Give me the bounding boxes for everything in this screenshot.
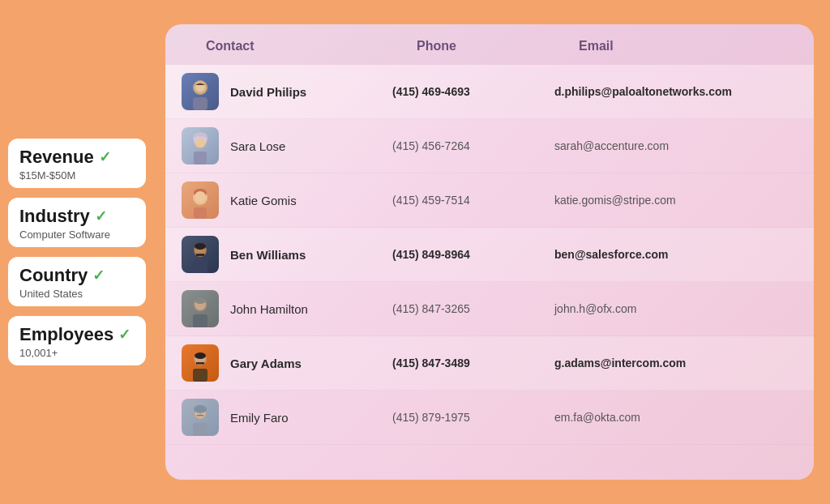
avatar-ben [182, 236, 219, 273]
email-emily: em.fa@okta.com [554, 411, 789, 424]
phone-katie: (415) 459-7514 [392, 194, 554, 207]
svg-rect-25 [193, 314, 208, 327]
contact-cell-sara: Sara Lose [182, 127, 392, 164]
svg-rect-14 [194, 207, 207, 219]
check-icon-industry: ✓ [95, 207, 107, 225]
check-icon-revenue: ✓ [99, 148, 111, 166]
main-panel: ContactPhoneEmail David Philips(415) 469… [165, 24, 814, 480]
phone-john: (415) 847-3265 [392, 302, 554, 315]
svg-rect-19 [196, 254, 204, 256]
svg-point-13 [195, 191, 206, 203]
contact-name-katie: Katie Gomis [230, 194, 297, 207]
contact-cell-emily: Emily Faro [182, 399, 392, 436]
svg-rect-30 [196, 362, 204, 365]
email-john: john.h@ofx.com [554, 302, 789, 315]
phone-gary: (415) 847-3489 [392, 357, 554, 369]
table-row-ben[interactable]: Ben Williams(415) 849-8964ben@salesforce… [165, 228, 814, 282]
filter-title-employees: Employees [19, 324, 113, 345]
email-gary: g.adams@intercom.com [554, 357, 789, 369]
contact-name-david: David Philips [230, 85, 306, 99]
filter-card-revenue[interactable]: Revenue✓$15M-$50M [8, 139, 146, 188]
contact-name-gary: Gary Adams [230, 357, 302, 370]
sidebar: Revenue✓$15M-$50MIndustry✓Computer Softw… [8, 139, 146, 365]
email-david: d.philips@paloaltonetworks.com [554, 85, 789, 98]
filter-title-industry: Industry [19, 206, 90, 227]
svg-rect-3 [193, 97, 208, 110]
avatar-david [182, 73, 219, 110]
svg-rect-31 [193, 369, 208, 382]
filter-card-country[interactable]: Country✓United States [8, 257, 146, 306]
filter-title-revenue: Revenue [19, 147, 94, 168]
filter-value-country: United States [19, 288, 83, 300]
filter-value-industry: Computer Software [19, 229, 110, 241]
filter-value-revenue: $15M-$50M [19, 169, 75, 182]
filter-value-employees: 10,001+ [19, 347, 58, 359]
table-row-david[interactable]: David Philips(415) 469-4693d.philips@pal… [165, 65, 814, 119]
filter-card-employees[interactable]: Employees✓10,001+ [8, 316, 146, 365]
phone-emily: (415) 879-1975 [392, 411, 554, 424]
contact-name-ben: Ben Williams [230, 248, 306, 262]
avatar-john [182, 290, 219, 327]
contact-cell-gary: Gary Adams [182, 344, 392, 382]
svg-point-8 [195, 138, 205, 147]
table-row-sara[interactable]: Sara Lose(415) 456-7264sarah@accenture.c… [165, 119, 814, 173]
svg-point-24 [195, 297, 206, 304]
table-header-phone: Phone [417, 39, 579, 53]
avatar-emily [182, 399, 219, 436]
contact-cell-katie: Katie Gomis [182, 182, 392, 219]
contact-name-sara: Sara Lose [230, 139, 285, 153]
svg-rect-9 [194, 152, 207, 164]
contact-cell-ben: Ben Williams [182, 236, 392, 273]
phone-david: (415) 469-4693 [392, 85, 554, 98]
table-row-katie[interactable]: Katie Gomis(415) 459-7514katie.gomis@str… [165, 173, 814, 228]
check-icon-country: ✓ [92, 267, 105, 284]
svg-point-35 [194, 405, 207, 413]
svg-point-29 [195, 352, 206, 359]
contact-cell-david: David Philips [182, 73, 392, 110]
phone-ben: (415) 849-8964 [392, 248, 554, 261]
table-header: ContactPhoneEmail [165, 24, 814, 65]
table-header-email: Email [579, 39, 789, 53]
contact-cell-john: John Hamilton [182, 290, 392, 327]
avatar-katie [182, 182, 219, 219]
svg-point-18 [195, 243, 206, 250]
avatar-sara [182, 127, 219, 164]
phone-sara: (415) 456-7264 [392, 139, 554, 152]
table-row-gary[interactable]: Gary Adams(415) 847-3489g.adams@intercom… [165, 336, 814, 391]
svg-rect-20 [193, 260, 208, 273]
table-header-contact: Contact [206, 39, 417, 53]
filter-title-country: Country [19, 265, 88, 286]
svg-rect-36 [193, 423, 208, 436]
avatar-gary [182, 344, 219, 382]
email-sara: sarah@accenture.com [554, 139, 789, 152]
contact-name-john: John Hamilton [230, 302, 308, 316]
email-ben: ben@salesforce.com [554, 248, 789, 261]
table-body: David Philips(415) 469-4693d.philips@pal… [165, 65, 814, 480]
contact-name-emily: Emily Faro [230, 411, 289, 425]
table-row-emily[interactable]: Emily Faro(415) 879-1975em.fa@okta.com [165, 391, 814, 445]
email-katie: katie.gomis@stripe.com [554, 194, 789, 207]
filter-card-industry[interactable]: Industry✓Computer Software [8, 198, 146, 247]
check-icon-employees: ✓ [118, 326, 130, 344]
table-row-john[interactable]: John Hamilton(415) 847-3265john.h@ofx.co… [165, 282, 814, 336]
